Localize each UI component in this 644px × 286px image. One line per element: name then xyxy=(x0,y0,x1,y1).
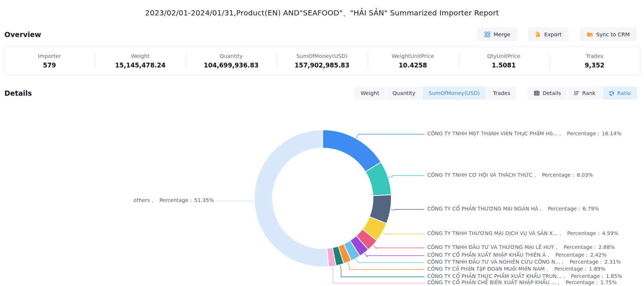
pie-label-2: CÔNG TY CỔ PHẦN THƯƠNG MẠI NGÂN HÀ，Perce… xyxy=(427,206,599,212)
pie-label-1: CÔNG TY TNHH CƠ HỘI VÀ THÁCH THỨC，Percen… xyxy=(427,172,593,179)
pie-label-4: CÔNG TY TNHH ĐẦU TƯ VÀ THƯƠNG MẠI LÊ HUY… xyxy=(427,244,615,251)
importer-report-page: 2023/02/01-2024/01/31,Product(EN) AND"SE… xyxy=(0,0,644,286)
pie-leader-line xyxy=(373,246,424,249)
pie-leader-line xyxy=(332,267,424,283)
pie-label-9: CÔNG TY CỔ PHẦN CHẾ BIẾN XUẤT NHẬP KHẨU … xyxy=(427,279,617,286)
pie-label-0: CÔNG TY TNHH MộT THàNH VIêN THựC PHẩM Hò… xyxy=(427,131,621,137)
pie-label-5: CÔNG TY CỔ PHẦN XUẤT NHẬP KHẨU THIÊN Á，P… xyxy=(427,252,607,258)
pie-leader-line xyxy=(388,176,424,178)
pie-leader-line xyxy=(340,265,424,277)
donut-chart[interactable] xyxy=(0,0,644,286)
pie-leader-line xyxy=(348,263,424,270)
pie-slice[interactable] xyxy=(254,130,329,267)
pie-slice[interactable] xyxy=(323,130,381,172)
pie-label-3: CÔNG TY TNHH THƯƠNG MẠI DỊCH VỤ VÀ SẢN X… xyxy=(427,230,618,237)
pie-leader-line xyxy=(383,232,424,235)
pie-leader-line xyxy=(356,259,425,263)
pie-label-6: CÔNG TY TNHH ĐẦU TƯ VÀ NGHIÊN CỨU CÔNG N… xyxy=(427,259,621,265)
pie-leader-line xyxy=(391,209,424,210)
pie-leader-line xyxy=(356,134,424,138)
pie-label-8: CÔNG TY CỔ PHẦN THỰC PHẨM XUẤT KHẨU TRUN… xyxy=(427,273,622,280)
pie-leader-line xyxy=(216,201,254,202)
pie-label-others: others，Percentage :51.35% xyxy=(133,197,214,204)
pie-leader-line xyxy=(365,253,424,257)
pie-label-7: CÔNG TY Cổ PHầN TậP ĐOàN MUốI MIềN NAM，P… xyxy=(427,266,605,272)
